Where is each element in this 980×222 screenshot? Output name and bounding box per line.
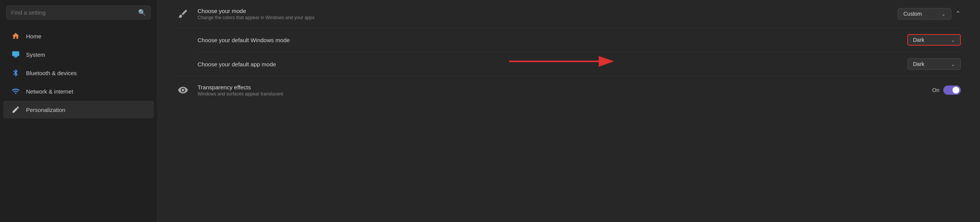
mode-icon [176,7,190,21]
transparency-icon [176,83,190,97]
toggle-knob [952,87,959,94]
app-mode-value: Dark [913,61,924,67]
sidebar-item-network-label: Network & internet [26,88,73,95]
chevron-down-icon-2: ⌄ [951,37,955,43]
sidebar-item-home-label: Home [26,33,41,39]
system-icon [11,49,21,59]
sidebar-item-bluetooth-label: Bluetooth & devices [26,70,77,76]
personalization-icon [11,105,21,115]
svg-rect-2 [15,57,17,58]
app-mode-label: Choose your default app mode [198,61,907,67]
chevron-down-icon-3: ⌄ [951,61,955,67]
search-icon: 🔍 [138,9,146,16]
main-content: Choose your mode Change the colors that … [157,0,980,222]
bluetooth-icon [11,68,21,78]
mode-dropdown-value: Custom [903,11,922,17]
search-bar[interactable]: 🔍 [6,5,151,20]
mode-dropdown[interactable]: Custom ⌄ [898,8,951,20]
transparency-subtitle: Windows and surfaces appear translucent [198,91,924,97]
sidebar-item-network[interactable]: Network & internet [3,82,154,100]
sidebar-item-personalization-label: Personalization [26,107,65,113]
transparency-title: Transparency effects [198,84,924,90]
sidebar-item-home[interactable]: Home [3,27,154,45]
app-mode-row: Choose your default app mode Dark ⌄ [198,52,961,76]
network-icon [11,86,21,96]
mode-setting-row: Choose your mode Change the colors that … [176,0,961,28]
svg-rect-0 [12,51,19,56]
windows-mode-row: Choose your default Windows mode Dark ⌄ [198,28,961,52]
svg-rect-1 [14,56,17,57]
transparency-text: Transparency effects Windows and surface… [198,84,924,97]
mode-setting-subtitle: Change the colors that appear in Windows… [198,15,890,20]
sidebar: 🔍 Home System Bluetooth & devices [0,0,157,222]
chevron-up-icon: ⌃ [955,10,961,18]
transparency-row: Transparency effects Windows and surface… [176,76,961,104]
mode-setting-control: Custom ⌄ ⌃ [898,8,961,20]
transparency-toggle-wrap: On [932,86,961,95]
windows-mode-value: Dark [913,37,924,43]
windows-mode-control: Dark ⌄ [907,34,961,46]
app-mode-dropdown[interactable]: Dark ⌄ [907,58,961,70]
sidebar-item-system-label: System [26,51,45,58]
windows-mode-dropdown[interactable]: Dark ⌄ [907,34,961,46]
app-mode-control: Dark ⌄ [907,58,961,70]
chevron-down-icon: ⌄ [941,11,946,17]
mode-setting-text: Choose your mode Change the colors that … [198,8,890,20]
mode-setting-title: Choose your mode [198,8,890,14]
settings-panel: Choose your mode Change the colors that … [157,0,980,104]
search-input[interactable] [11,9,135,16]
windows-mode-label: Choose your default Windows mode [198,37,907,43]
sidebar-item-bluetooth[interactable]: Bluetooth & devices [3,64,154,82]
sidebar-item-personalization[interactable]: Personalization [3,101,154,118]
transparency-toggle-label: On [932,87,939,93]
transparency-toggle[interactable] [943,86,961,95]
home-icon [11,31,21,41]
sidebar-item-system[interactable]: System [3,46,154,63]
